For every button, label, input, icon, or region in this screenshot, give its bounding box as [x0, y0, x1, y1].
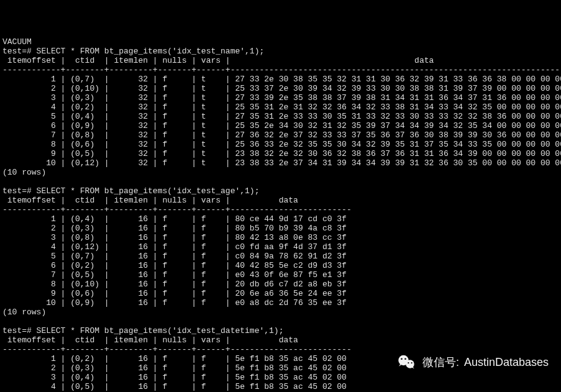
watermark-value: AustinDatabases [464, 358, 549, 367]
svg-point-5 [411, 362, 412, 363]
svg-point-2 [401, 358, 403, 360]
wechat-icon [395, 351, 417, 373]
watermark-overlay: 微信号: AustinDatabases [395, 351, 549, 373]
svg-point-3 [404, 358, 406, 360]
svg-point-1 [406, 360, 414, 368]
terminal-output[interactable]: VACUUM test=# SELECT * FROM bt_page_item… [0, 37, 561, 392]
watermark-label: 微信号: [422, 358, 459, 367]
svg-point-4 [408, 362, 409, 363]
